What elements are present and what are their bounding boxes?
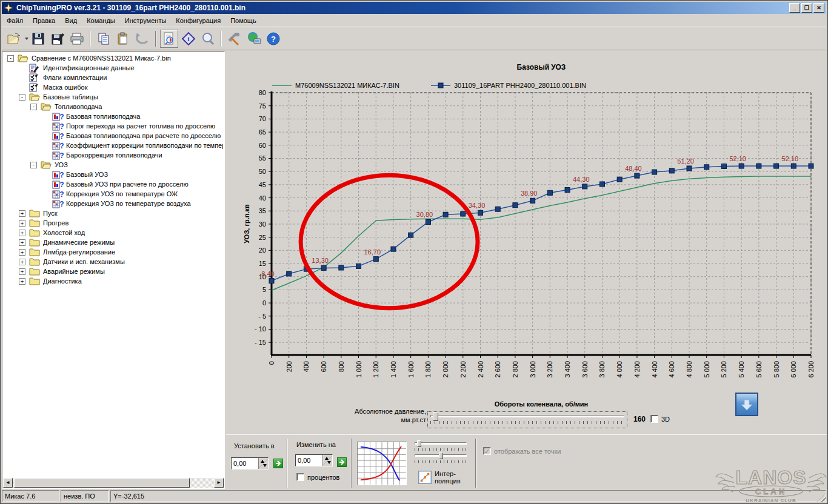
chart-point[interactable] xyxy=(443,212,448,217)
apply-set-button[interactable] xyxy=(273,459,283,468)
expand-icon[interactable]: + xyxy=(19,268,25,275)
tree-item[interactable]: ?Коррекция УОЗ по температуре ОЖ xyxy=(4,189,223,199)
save-button[interactable] xyxy=(29,30,47,48)
3d-checkbox[interactable] xyxy=(650,415,658,423)
tools-button[interactable] xyxy=(225,30,244,48)
percent-checkbox[interactable] xyxy=(296,473,304,481)
expand-icon[interactable]: + xyxy=(19,278,25,285)
tree-item-label[interactable]: Барокоррекция топливоподачи xyxy=(64,151,162,159)
spinner-arrows-icon[interactable] xyxy=(258,458,268,469)
tree-item-label[interactable]: Базовая топливоподача при расчете по дро… xyxy=(64,132,221,139)
tree-item-label[interactable]: Динамические режимы xyxy=(41,239,115,246)
chart-point[interactable] xyxy=(426,219,430,224)
menu-item-Инструменты[interactable]: Инструменты xyxy=(120,15,172,26)
apply-change-button[interactable] xyxy=(337,457,347,467)
slider-thumb[interactable] xyxy=(417,440,421,447)
help-button[interactable]: ? xyxy=(264,30,282,48)
dropdown-caret-icon[interactable] xyxy=(25,38,28,40)
tree-item[interactable]: ?Порог перехода на расчет топлива по дро… xyxy=(4,121,223,131)
scrollbar-track[interactable] xyxy=(13,478,214,488)
tree-item[interactable]: ?Барокоррекция топливоподачи xyxy=(4,150,223,160)
chart-point[interactable] xyxy=(269,279,274,284)
tree-item[interactable]: ?Коэффициент коррекции топливоподачи по … xyxy=(4,141,223,150)
tree-item[interactable]: +Динамические режимы xyxy=(4,237,223,247)
collapse-icon[interactable]: - xyxy=(19,94,25,101)
scrollbar-thumb[interactable] xyxy=(14,478,190,488)
chart-point[interactable] xyxy=(791,164,796,168)
expand-icon[interactable]: + xyxy=(19,220,25,227)
smoothing-slider-2[interactable] xyxy=(415,453,467,463)
set-to-spinner[interactable]: 0,00 xyxy=(231,457,269,469)
scroll-left-icon[interactable]: ◄ xyxy=(3,478,13,488)
tree-item[interactable]: +Холостой ход xyxy=(4,228,223,237)
minimize-button[interactable]: _ xyxy=(789,3,800,13)
menu-item-Помощь[interactable]: Помощь xyxy=(225,15,261,26)
tree-item-label[interactable]: Аварийные режимы xyxy=(41,268,105,275)
change-by-spinner[interactable]: 0,00 xyxy=(295,454,333,466)
tree-item-label[interactable]: Датчики и исп. механизмы xyxy=(41,258,125,265)
slider-thumb[interactable] xyxy=(433,413,438,421)
chart-point[interactable] xyxy=(599,182,604,187)
tree-item-label[interactable]: Холостой ход xyxy=(41,229,85,236)
chart-point[interactable] xyxy=(687,166,692,171)
zoom-button[interactable] xyxy=(199,30,217,48)
tree-item[interactable]: +Датчики и исп. механизмы xyxy=(4,257,223,267)
chart-point[interactable] xyxy=(409,233,413,237)
chart-point[interactable] xyxy=(583,184,587,189)
copy-button[interactable] xyxy=(95,30,113,48)
uoz-chart[interactable]: - 15- 10- 505101520253035404550556065707… xyxy=(226,51,827,434)
tree-item[interactable]: ?Базовая топливоподача xyxy=(4,111,223,121)
interpolation-button[interactable]: Интер-поляция xyxy=(418,466,475,489)
tree-item-label[interactable]: Топливоподача xyxy=(53,103,102,110)
change-by-value[interactable]: 0,00 xyxy=(296,455,322,466)
tree-item-label[interactable]: Коррекция УОЗ по температуре ОЖ xyxy=(64,190,178,197)
chart-point[interactable] xyxy=(495,207,500,211)
tree-item[interactable]: ?Базовая топливоподача при расчете по др… xyxy=(4,131,223,141)
chart-point[interactable] xyxy=(635,173,639,178)
chart-point[interactable] xyxy=(391,247,396,251)
chart-point[interactable] xyxy=(704,165,709,170)
menu-item-Конфигурация[interactable]: Конфигурация xyxy=(171,15,225,26)
chart-point[interactable] xyxy=(774,164,779,168)
menu-item-Правка[interactable]: Правка xyxy=(28,15,60,26)
chart-point[interactable] xyxy=(652,170,657,174)
chart-point[interactable] xyxy=(617,177,622,182)
tree-item-label[interactable]: Сравнение с M76009NSS132021 Микас-7.bin xyxy=(30,55,171,62)
chart-point[interactable] xyxy=(339,265,344,270)
tree-item-label[interactable]: Базовый УОЗ xyxy=(64,171,108,178)
chart-point[interactable] xyxy=(530,198,535,203)
chart-point[interactable] xyxy=(721,164,726,168)
collapse-icon[interactable]: - xyxy=(7,55,14,62)
menu-item-Файл[interactable]: Файл xyxy=(2,15,28,26)
tree-item-label[interactable]: Лямбда-регулирование xyxy=(41,248,115,256)
tree-item[interactable]: +Прогрев xyxy=(4,218,223,228)
tree-item-label[interactable]: Базовый УОЗ при расчете по дросселю xyxy=(64,181,189,188)
open-button[interactable] xyxy=(5,30,23,48)
expand-icon[interactable]: + xyxy=(19,230,25,236)
expand-icon[interactable]: + xyxy=(19,210,25,217)
close-button[interactable]: ✕ xyxy=(813,3,824,13)
tree-item-label[interactable]: Порог перехода на расчет топлива по дрос… xyxy=(64,122,215,130)
tree-hscrollbar[interactable]: ◄ ► xyxy=(3,478,224,488)
chart-point[interactable] xyxy=(287,271,292,276)
tree-item[interactable]: -Сравнение с M76009NSS132021 Микас-7.bin xyxy=(4,53,223,63)
restore-button[interactable]: ❐ xyxy=(801,3,812,13)
chart-point[interactable] xyxy=(565,188,570,193)
tree-item[interactable]: ?Коррекция УОЗ по температуре воздуха xyxy=(4,199,223,208)
chart-point[interactable] xyxy=(373,257,378,262)
tree-item-label[interactable]: Флаги комплектации xyxy=(41,74,107,81)
menu-item-Команды[interactable]: Команды xyxy=(82,15,120,26)
smoothing-slider-1[interactable] xyxy=(415,440,467,451)
tree-item-label[interactable]: Коэффициент коррекции топливоподачи по т… xyxy=(64,142,223,149)
expand-icon[interactable]: + xyxy=(19,249,25,256)
chart-point[interactable] xyxy=(513,203,518,208)
tree-item[interactable]: Флаги комплектации xyxy=(4,73,223,82)
chart-point[interactable] xyxy=(739,164,744,168)
tree-item[interactable]: Маска ошибок xyxy=(4,82,223,92)
undo-button[interactable] xyxy=(133,30,152,48)
collapse-icon[interactable]: - xyxy=(30,104,37,110)
chart-point[interactable] xyxy=(809,164,813,168)
tree-item[interactable]: -Топливоподача xyxy=(4,102,223,111)
tree-item-label[interactable]: Пуск xyxy=(41,210,58,217)
tree-item-label[interactable]: Прогрев xyxy=(41,219,68,227)
